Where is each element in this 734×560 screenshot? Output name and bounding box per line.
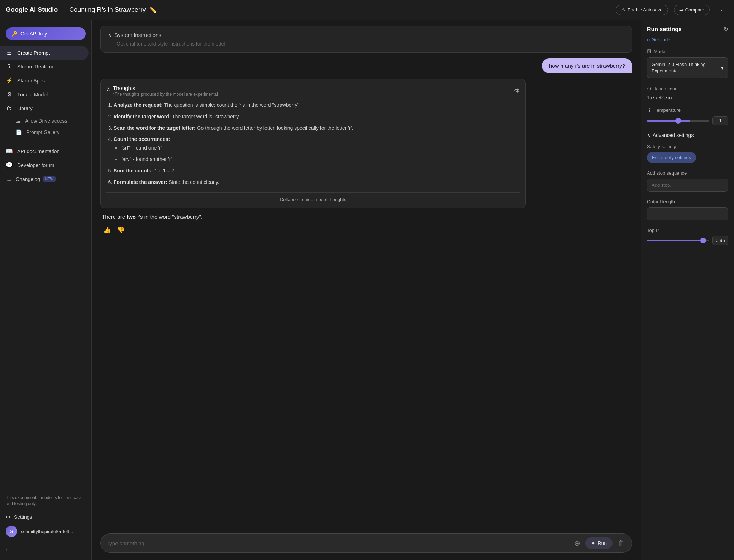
thought-sub-1: "srt" - found one 'r' xyxy=(121,144,520,152)
chat-area: ∧ System Instructions Optional tone and … xyxy=(92,20,641,529)
thought-step-3: Scan the word for the target letter: Go … xyxy=(114,124,520,133)
stop-sequence-input[interactable] xyxy=(647,179,728,192)
get-code-link[interactable]: ‹› Get code xyxy=(647,37,728,42)
starter-apps-icon: ⚡ xyxy=(6,77,13,84)
sidebar-item-prompt-gallery[interactable]: 📄 Prompt Gallery xyxy=(0,127,89,138)
temperature-slider-container: 1 xyxy=(647,116,728,125)
sidebar-item-api-docs[interactable]: 📖 API documentation xyxy=(0,144,89,158)
sidebar-item-changelog[interactable]: ☰ Changelog NEW xyxy=(0,172,89,186)
settings-item[interactable]: ⚙ Settings xyxy=(6,511,86,523)
thought-step-4: Count the occurrences: "srt" - found one… xyxy=(114,135,520,163)
content-area: ∧ System Instructions Optional tone and … xyxy=(92,20,641,560)
compare-button[interactable]: ⇄ Compare xyxy=(674,5,710,15)
output-length-section: Output length 8192 xyxy=(647,199,728,220)
run-button[interactable]: ✦ Run xyxy=(585,537,613,549)
top-p-slider[interactable] xyxy=(647,240,709,241)
autosave-button[interactable]: ⚠ Enable Autosave xyxy=(616,5,668,15)
model-icon: ⊠ xyxy=(647,48,652,54)
temperature-value: 1 xyxy=(712,116,728,125)
user-profile[interactable]: S schmittythepirateI0rdoft... xyxy=(6,523,86,540)
advanced-settings-header[interactable]: ∧ Advanced settings xyxy=(647,132,728,138)
create-prompt-icon: ☰ xyxy=(6,49,13,56)
key-icon: 🔑 xyxy=(11,31,18,37)
run-sparkle-icon: ✦ xyxy=(591,540,595,546)
sidebar-item-dev-forum[interactable]: 💬 Developer forum xyxy=(0,158,89,172)
sidebar-item-stream-realtime[interactable]: 🎙 Stream Realtime xyxy=(0,60,89,73)
model-select[interactable]: Gemini 2.0 Flash Thinking Experimental ▾ xyxy=(647,57,728,78)
thumbs-up-button[interactable]: 👍 xyxy=(102,225,113,236)
safety-section: Safety settings Edit safety settings xyxy=(647,144,728,163)
thought-sub-2: "ary" - found another 'r' xyxy=(121,155,520,164)
token-count-icon: ⊙ xyxy=(647,85,652,92)
input-box: ⊕ ✦ Run 🗑 xyxy=(100,533,632,553)
compare-icon: ⇄ xyxy=(679,7,683,13)
thoughts-title-area: ∧ Thoughts *The thoughts produced by the… xyxy=(106,85,218,97)
chevron-up-icon: ∧ xyxy=(108,32,111,38)
thoughts-box: ∧ Thoughts *The thoughts produced by the… xyxy=(100,79,526,208)
thoughts-content: Analyze the request: The question is sim… xyxy=(106,101,520,186)
stop-sequence-section: Add stop sequence xyxy=(647,170,728,192)
thought-step-2: Identify the target word: The target wor… xyxy=(114,113,520,121)
edit-title-icon[interactable]: ✏️ xyxy=(149,6,157,13)
safety-label: Safety settings xyxy=(647,144,728,149)
sidebar-collapse-button[interactable]: ‹ xyxy=(0,544,91,556)
prompt-gallery-icon: 📄 xyxy=(16,129,22,135)
token-count-value: 167 / 32,767 xyxy=(647,95,728,100)
topbar-actions: ⚠ Enable Autosave ⇄ Compare ⋮ xyxy=(616,4,728,16)
topbar: Google AI Studio Counting R's in Strawbe… xyxy=(0,0,734,20)
token-count-section: ⊙ Token count 167 / 32,767 xyxy=(647,85,728,100)
edit-safety-button[interactable]: Edit safety settings xyxy=(647,152,696,163)
refresh-button[interactable]: ↻ xyxy=(724,26,728,33)
autosave-icon: ⚠ xyxy=(621,7,625,13)
thoughts-title: Thoughts xyxy=(113,85,218,91)
more-options-button[interactable]: ⋮ xyxy=(715,4,728,16)
output-length-label: Output length xyxy=(647,199,728,204)
top-p-slider-container: 0.95 xyxy=(647,236,728,245)
sidebar-item-allow-drive[interactable]: ☁ Allow Drive access xyxy=(0,115,89,127)
temperature-icon: 🌡 xyxy=(647,107,652,113)
app-brand: Google AI Studio xyxy=(6,6,58,14)
clear-button[interactable]: 🗑 xyxy=(616,538,626,549)
new-badge: NEW xyxy=(43,176,56,182)
drive-icon: ☁ xyxy=(16,118,21,124)
chevron-up-icon[interactable]: ∧ xyxy=(106,86,110,92)
sidebar-item-starter-apps[interactable]: ⚡ Starter Apps xyxy=(0,73,89,87)
sidebar: 🔑 Get API key ☰ Create Prompt 🎙 Stream R… xyxy=(0,20,92,560)
thoughts-collapse-button[interactable]: Collapse to hide model thoughts xyxy=(106,192,520,202)
right-panel: Run settings ↻ ‹› Get code ⊠ Model Gemin… xyxy=(641,20,734,560)
main-layout: 🔑 Get API key ☰ Create Prompt 🎙 Stream R… xyxy=(0,20,734,560)
get-api-key-button[interactable]: 🔑 Get API key xyxy=(6,27,86,40)
thoughts-header: ∧ Thoughts *The thoughts produced by the… xyxy=(106,85,520,97)
thoughts-subtitle: *The thoughts produced by the model are … xyxy=(113,92,218,97)
sidebar-item-tune-model[interactable]: ⚙ Tune a Model xyxy=(0,87,89,101)
answer-text: There are two r's in the word "strawberr… xyxy=(100,213,526,221)
model-section: ⊠ Model Gemini 2.0 Flash Thinking Experi… xyxy=(647,48,728,78)
panel-header: Run settings ↻ xyxy=(647,26,728,33)
sidebar-item-library[interactable]: 🗂 Library xyxy=(0,101,89,115)
thought-step-5: Sum the counts: 1 + 1 = 2 xyxy=(114,167,520,175)
dropdown-icon: ▾ xyxy=(721,65,724,71)
system-instructions[interactable]: ∧ System Instructions Optional tone and … xyxy=(100,26,632,53)
answer-actions: 👍 👎 xyxy=(100,225,526,236)
changelog-icon: ☰ xyxy=(6,176,13,182)
add-content-button[interactable]: ⊕ xyxy=(573,537,582,549)
token-count-label: ⊙ Token count xyxy=(647,85,728,92)
temperature-slider[interactable] xyxy=(647,120,709,122)
message-input[interactable] xyxy=(106,540,569,546)
stop-sequence-label: Add stop sequence xyxy=(647,170,728,176)
temperature-label: 🌡 Temperature xyxy=(647,107,728,113)
input-area: ⊕ ✦ Run 🗑 xyxy=(92,529,641,560)
page-title-area: Counting R's in Strawberry ✏️ xyxy=(69,6,616,14)
settings-icon: ⚙ xyxy=(6,514,10,520)
model-response: ∧ Thoughts *The thoughts produced by the… xyxy=(100,79,526,236)
thumbs-down-button[interactable]: 👎 xyxy=(115,225,126,236)
system-instructions-placeholder: Optional tone and style instructions for… xyxy=(108,41,625,47)
model-label: ⊠ Model xyxy=(647,48,728,54)
sidebar-item-create-prompt[interactable]: ☰ Create Prompt xyxy=(0,46,89,60)
api-docs-icon: 📖 xyxy=(6,148,13,155)
collapse-icon: ‹ xyxy=(6,547,8,553)
sidebar-bottom: This experimental model is for feedback … xyxy=(0,490,91,544)
system-instructions-header[interactable]: ∧ System Instructions xyxy=(108,32,625,38)
output-length-input[interactable]: 8192 xyxy=(647,207,728,220)
sidebar-divider xyxy=(6,141,86,141)
